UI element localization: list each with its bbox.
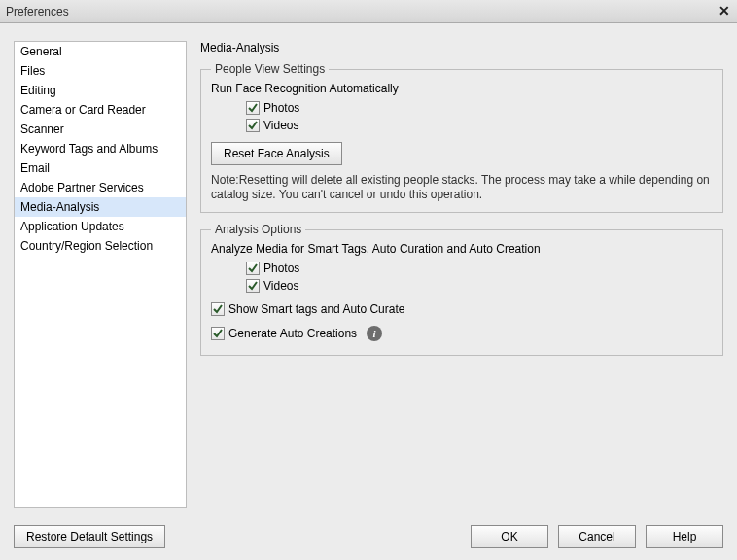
sidebar-item-partner-services[interactable]: Adobe Partner Services: [15, 178, 186, 197]
gen-auto-checkbox[interactable]: [211, 327, 225, 340]
ok-button[interactable]: OK: [471, 525, 548, 548]
reset-face-analysis-button[interactable]: Reset Face Analysis: [211, 142, 342, 165]
gen-auto-label: Generate Auto Creations: [228, 327, 357, 340]
sidebar-item-files[interactable]: Files: [15, 61, 186, 81]
sidebar-item-label: Media-Analysis: [20, 200, 99, 214]
checkbox-row-videos: Videos: [246, 119, 713, 132]
analysis-options-subhead: Analyze Media for Smart Tags, Auto Curat…: [211, 242, 713, 256]
analysis-options-legend: Analysis Options: [211, 223, 305, 236]
main-panel: Media-Analysis People View Settings Run …: [200, 41, 723, 508]
restore-defaults-button[interactable]: Restore Default Settings: [14, 525, 165, 548]
videos-checkbox[interactable]: [246, 119, 260, 132]
sidebar-item-general[interactable]: General: [15, 42, 186, 61]
sidebar-item-label: Application Updates: [20, 220, 124, 233]
check-icon: [247, 102, 259, 114]
check-icon: [212, 328, 224, 339]
sidebar-item-email[interactable]: Email: [15, 158, 186, 178]
sidebar-item-media-analysis[interactable]: Media-Analysis: [15, 197, 186, 217]
photos-checkbox-label: Photos: [263, 101, 299, 115]
checkbox-row-gen-auto: Generate Auto Creations i: [211, 326, 713, 341]
people-view-subhead: Run Face Recognition Automatically: [211, 82, 713, 95]
sidebar-item-country-region[interactable]: Country/Region Selection: [15, 236, 186, 256]
sidebar-item-label: Scanner: [20, 122, 64, 136]
analysis-photos-label: Photos: [263, 262, 299, 275]
people-view-legend: People View Settings: [211, 62, 329, 76]
analysis-videos-label: Videos: [263, 279, 298, 293]
sidebar-item-label: Email: [20, 161, 50, 175]
check-icon: [247, 280, 259, 292]
sidebar-item-label: Adobe Partner Services: [20, 181, 144, 194]
show-smart-label: Show Smart tags and Auto Curate: [228, 302, 404, 316]
window-title: Preferences: [6, 5, 69, 18]
preferences-window: Preferences ✕ General Files Editing Came…: [0, 0, 737, 560]
analysis-options-group: Analysis Options Analyze Media for Smart…: [200, 223, 723, 356]
sidebar-item-scanner[interactable]: Scanner: [15, 120, 186, 139]
check-icon: [212, 303, 224, 315]
checkbox-row-analysis-videos: Videos: [246, 279, 713, 293]
sidebar-item-label: Keyword Tags and Albums: [20, 142, 158, 156]
sidebar: General Files Editing Camera or Card Rea…: [14, 41, 187, 508]
reset-note: Note:Resetting will delete all existing …: [211, 173, 713, 202]
sidebar-item-camera[interactable]: Camera or Card Reader: [15, 100, 186, 120]
footer: Restore Default Settings OK Cancel Help: [0, 517, 737, 560]
body: General Files Editing Camera or Card Rea…: [0, 23, 737, 517]
photos-checkbox[interactable]: [246, 101, 260, 115]
checkbox-row-analysis-photos: Photos: [246, 262, 713, 275]
sidebar-item-editing[interactable]: Editing: [15, 81, 186, 100]
sidebar-item-label: Camera or Card Reader: [20, 103, 146, 117]
page-title: Media-Analysis: [200, 41, 723, 54]
sidebar-item-label: Files: [20, 64, 45, 78]
checkbox-row-photos: Photos: [246, 101, 713, 115]
checkbox-row-show-smart: Show Smart tags and Auto Curate: [211, 302, 713, 316]
sidebar-item-label: Country/Region Selection: [20, 239, 153, 253]
titlebar: Preferences ✕: [0, 0, 737, 23]
analysis-photos-checkbox[interactable]: [246, 262, 260, 275]
show-smart-checkbox[interactable]: [211, 302, 225, 316]
check-icon: [247, 120, 259, 131]
close-icon[interactable]: ✕: [716, 3, 733, 20]
sidebar-item-app-updates[interactable]: Application Updates: [15, 217, 186, 236]
videos-checkbox-label: Videos: [263, 119, 298, 132]
sidebar-item-label: Editing: [20, 84, 56, 97]
sidebar-item-label: General: [20, 45, 62, 58]
analysis-videos-checkbox[interactable]: [246, 279, 260, 293]
info-icon[interactable]: i: [367, 326, 382, 341]
help-button[interactable]: Help: [646, 525, 723, 548]
check-icon: [247, 262, 259, 274]
people-view-group: People View Settings Run Face Recognitio…: [200, 62, 723, 213]
cancel-button[interactable]: Cancel: [558, 525, 636, 548]
sidebar-item-keyword-tags[interactable]: Keyword Tags and Albums: [15, 139, 186, 158]
